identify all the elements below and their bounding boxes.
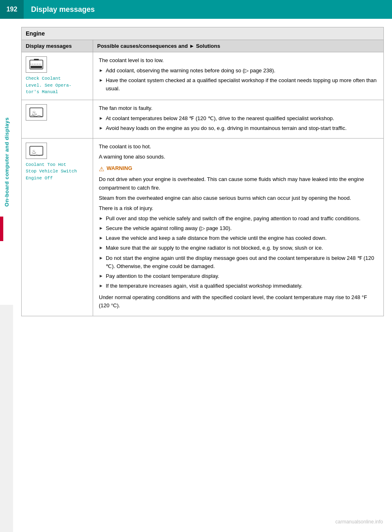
header-title: Display messages — [24, 5, 95, 14]
bullet-item: ► If the temperature increases again, vi… — [99, 282, 378, 290]
svg-text:♨: ♨ — [31, 110, 37, 116]
svg-rect-3 — [34, 59, 39, 60]
bullet-arrow-icon: ► — [99, 115, 103, 122]
bullet-arrow-icon: ► — [99, 255, 103, 262]
description-3a: The coolant is too hot. — [99, 143, 378, 151]
svg-text:♨: ♨ — [31, 148, 37, 155]
bullet-arrow-icon: ► — [99, 244, 103, 251]
bullet-item: ► Make sure that the air supply to the e… — [99, 244, 378, 252]
bullet-item: ► Do not start the engine again until th… — [99, 254, 378, 270]
table-row: Check CoolantLevel. See Opera-tor's Manu… — [22, 52, 384, 100]
footer-text: Under normal operating conditions and wi… — [99, 293, 378, 310]
causes-col-1: The coolant level is too low. ► Add cool… — [93, 52, 384, 100]
bullet-item: ► At coolant temperatures below 248 ℉ (1… — [99, 114, 378, 123]
sidebar-accent — [0, 217, 3, 241]
bullet-arrow-icon: ► — [99, 215, 103, 222]
col2-header: Possible causes/consequences and ► Solut… — [93, 40, 384, 52]
bullet-item: ► Have the coolant system checked at a q… — [99, 76, 378, 93]
bullet-text: Have the coolant system checked at a qua… — [106, 76, 378, 93]
bullet-arrow-icon: ► — [99, 77, 103, 84]
bullet-item: ► Pay attention to the coolant temperatu… — [99, 272, 378, 280]
bullet-arrow-icon: ► — [99, 273, 103, 279]
causes-col-2: The fan motor is faulty. ► At coolant te… — [93, 100, 384, 138]
bullet-arrow-icon: ► — [99, 225, 103, 232]
description-2: The fan motor is faulty. — [99, 104, 378, 112]
bullet-item: ► Avoid heavy loads on the engine as you… — [99, 124, 378, 132]
coolant-level-icon — [26, 56, 47, 73]
bullet-text: Pull over and stop the vehicle safely an… — [106, 215, 361, 223]
page-number: 192 — [0, 0, 24, 19]
table-row: ♨ The fan motor is faulty. ► At coolant … — [22, 100, 384, 138]
svg-rect-1 — [31, 66, 42, 68]
fan-motor-icon: ♨ — [26, 104, 47, 121]
bullet-item: ► Secure the vehicle against rolling awa… — [99, 224, 378, 232]
warning-text-1: Do not drive when your engine is overhea… — [99, 175, 378, 192]
bullet-arrow-icon: ► — [99, 235, 103, 241]
section-header: Engine — [22, 27, 384, 40]
sidebar-label-text: On-board computer and displays — [4, 117, 10, 207]
bullet-text: Make sure that the air supply to the eng… — [106, 244, 323, 252]
main-content: Engine Display messages Possible causes/… — [13, 19, 392, 532]
bullet-item: ► Add coolant, observing the warning not… — [99, 67, 378, 75]
section-header-row: Engine — [22, 27, 384, 40]
sidebar-label: On-board computer and displays — [0, 19, 13, 305]
warning-text-2: Steam from the overheated engine can als… — [99, 194, 378, 202]
bullet-text: Pay attention to the coolant temperature… — [106, 272, 219, 280]
bullet-text: Avoid heavy loads on the engine as you d… — [106, 124, 347, 132]
col1-header: Display messages — [22, 40, 93, 52]
bullet-text: Add coolant, observing the warning notes… — [106, 67, 275, 75]
display-col-1: Check CoolantLevel. See Opera-tor's Manu… — [22, 52, 93, 100]
display-col-2: ♨ — [22, 100, 93, 138]
bullet-text: Do not start the engine again until the … — [106, 254, 378, 270]
display-code-3: Coolant Too HotStop Vehicle SwitchEngine… — [26, 161, 89, 182]
column-header-row: Display messages Possible causes/consequ… — [22, 40, 384, 52]
bullet-arrow-icon: ► — [99, 282, 103, 289]
coolant-hot-icon: ♨ — [26, 143, 47, 159]
bullet-text: Secure the vehicle against rolling away … — [106, 224, 232, 232]
bullet-item: ► Pull over and stop the vehicle safely … — [99, 215, 378, 223]
bullet-text: If the temperature increases again, visi… — [106, 282, 303, 290]
main-table: Engine Display messages Possible causes/… — [21, 27, 384, 316]
bullet-arrow-icon: ► — [99, 67, 103, 74]
bullet-text: Leave the vehicle and keep a safe distan… — [106, 234, 327, 242]
watermark: carmanualsonline.info — [335, 519, 383, 525]
bullet-item: ► Leave the vehicle and keep a safe dist… — [99, 234, 378, 242]
bullet-arrow-icon: ► — [99, 125, 103, 132]
causes-col-3: The coolant is too hot. A warning tone a… — [93, 138, 384, 316]
display-col-3: ♨ Coolant Too HotStop Vehicle SwitchEngi… — [22, 138, 93, 316]
warning-triangle-icon: ⚠ — [99, 164, 104, 174]
warning-label: WARNING — [107, 164, 132, 172]
description-3b: A warning tone also sounds. — [99, 153, 378, 161]
table-row: ♨ Coolant Too HotStop Vehicle SwitchEngi… — [22, 138, 384, 316]
warning-text-3: There is a risk of injury. — [99, 204, 378, 212]
bullet-text: At coolant temperatures below 248 ℉ (120… — [106, 114, 334, 123]
display-code-1: Check CoolantLevel. See Opera-tor's Manu… — [26, 75, 89, 96]
description-1: The coolant level is too low. — [99, 56, 378, 65]
warning-block: ⚠ WARNING — [99, 164, 378, 174]
header-bar: 192 Display messages — [0, 0, 392, 19]
